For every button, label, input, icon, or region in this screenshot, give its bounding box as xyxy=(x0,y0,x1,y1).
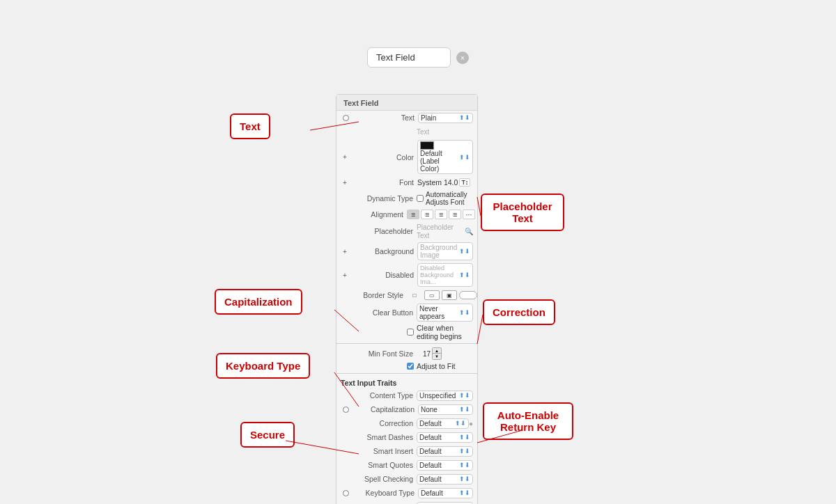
capitalization-label: Capitalization xyxy=(352,405,418,414)
clear-button-row: Clear Button Never appears ⬆⬇ xyxy=(336,302,477,323)
correction-value[interactable]: Default ⬆⬇ xyxy=(417,418,469,429)
clear-button[interactable]: × xyxy=(456,52,469,64)
clear-when-editing-label: Clear when editing begins xyxy=(417,324,473,340)
smart-insert-row: Smart Insert Default ⬆⬇ xyxy=(336,444,477,458)
stepper-down[interactable]: ▼ xyxy=(433,354,441,359)
background-row: + Background Background Image ⬆⬇ xyxy=(336,241,477,262)
adjust-to-fit-label: Adjust to Fit xyxy=(417,362,455,370)
border-style-group: □ ▭ ▣ xyxy=(407,290,477,300)
align-right-button[interactable]: ≡ xyxy=(435,210,447,219)
spell-checking-label: Spell Checking xyxy=(350,475,417,483)
spell-checking-value[interactable]: Default ⬆⬇ xyxy=(417,474,473,485)
clear-when-editing-checkbox[interactable] xyxy=(407,329,414,336)
text-input-placeholder[interactable]: Text xyxy=(417,128,473,136)
correction-row: Correction Default ⬆⬇ ● xyxy=(336,416,477,430)
correction-label: Correction xyxy=(350,419,417,427)
border-style-label: Border Style xyxy=(341,291,407,299)
font-value: System 14.0 T↕ xyxy=(417,178,473,187)
callout-placeholder-text: Placeholder Text xyxy=(481,194,564,231)
spell-checking-row: Spell Checking Default ⬆⬇ xyxy=(336,472,477,486)
dynamic-type-row: Dynamic Type Automatically Adjusts Font xyxy=(336,189,477,207)
smart-insert-value[interactable]: Default ⬆⬇ xyxy=(417,446,473,457)
font-label: Font xyxy=(351,178,417,187)
min-font-size-stepper[interactable]: ▲ ▼ xyxy=(432,347,442,360)
callout-keyboard-type: Keyboard Type xyxy=(216,353,310,379)
disabled-value[interactable]: Disabled Background Ima... ⬆⬇ xyxy=(417,263,473,287)
callout-capitalization: Capitalization xyxy=(215,289,302,315)
capitalization-radio[interactable] xyxy=(343,407,349,413)
border-rounded-button[interactable] xyxy=(459,291,477,299)
smart-quotes-value[interactable]: Default ⬆⬇ xyxy=(417,460,473,471)
dynamic-type-checkbox[interactable] xyxy=(417,195,424,202)
text-value[interactable]: Plain ⬆⬇ xyxy=(418,113,473,123)
divider-1 xyxy=(336,343,477,344)
top-widget: Text Field × xyxy=(367,47,469,68)
dynamic-type-value: Automatically Adjusts Font xyxy=(417,191,473,206)
background-label: Background xyxy=(351,247,417,255)
callout-correction: Correction xyxy=(483,299,555,325)
color-label: Color xyxy=(351,153,417,162)
align-more-button[interactable]: ··· xyxy=(463,210,475,219)
content-type-row: Content Type Unspecified ⬆⬇ xyxy=(336,388,477,402)
adjust-to-fit-checkbox[interactable] xyxy=(407,363,414,370)
dynamic-type-label: Dynamic Type xyxy=(350,194,417,203)
color-plus: + xyxy=(341,153,349,161)
clear-button-label: Clear Button xyxy=(350,308,417,317)
clear-button-value[interactable]: Never appears ⬆⬇ xyxy=(417,304,473,322)
min-font-size-label: Min Font Size xyxy=(350,349,417,358)
smart-dashes-value[interactable]: Default ⬆⬇ xyxy=(417,432,473,443)
color-row: + Color Default (Label Color) ⬆⬇ xyxy=(336,139,477,175)
keyboard-look-row: Keyboard Look Default ⬆⬇ xyxy=(336,500,477,504)
keyboard-type-value[interactable]: Default ⬆⬇ xyxy=(418,488,473,498)
alignment-row: Alignment ≡ ≡ ≡ ≡ ··· xyxy=(336,207,477,221)
smart-insert-label: Smart Insert xyxy=(350,447,417,455)
font-picker-button[interactable]: T↕ xyxy=(459,178,470,187)
capitalization-row: Capitalization None ⬆⬇ xyxy=(336,402,477,416)
callout-auto-enable-return-key: Auto-Enable Return Key xyxy=(483,402,573,440)
text-label: Text xyxy=(352,113,418,122)
disabled-plus: + xyxy=(341,271,349,279)
text-input-traits-header: Text Input Traits xyxy=(336,376,477,388)
min-font-size-value: 17 ▲ ▼ xyxy=(417,347,473,360)
border-none-button[interactable]: □ xyxy=(407,290,422,300)
callout-secure: Secure xyxy=(240,422,295,448)
align-justify-button[interactable]: ≡ xyxy=(449,210,461,219)
placeholder-search-icon: 🔍 xyxy=(465,228,473,235)
smart-quotes-row: Smart Quotes Default ⬆⬇ xyxy=(336,458,477,472)
color-value[interactable]: Default (Label Color) ⬆⬇ xyxy=(417,140,473,174)
font-plus: + xyxy=(341,179,349,187)
top-textfield-display: Text Field xyxy=(367,47,451,68)
stepper-up[interactable]: ▲ xyxy=(433,348,441,354)
keyboard-type-radio[interactable] xyxy=(343,490,349,496)
adjust-to-fit-row: Adjust to Fit xyxy=(336,361,477,371)
border-line-button[interactable]: ▭ xyxy=(424,290,440,300)
capitalization-value[interactable]: None ⬆⬇ xyxy=(418,404,473,415)
correction-indicator: ● xyxy=(469,420,473,427)
keyboard-type-label: Keyboard Type xyxy=(352,489,418,497)
placeholder-value[interactable]: Placeholder Text xyxy=(417,223,465,239)
smart-dashes-row: Smart Dashes Default ⬆⬇ xyxy=(336,430,477,444)
text-row: Text Plain ⬆⬇ xyxy=(336,111,477,125)
disabled-row: + Disabled Disabled Background Ima... ⬆⬇ xyxy=(336,262,477,288)
callout-text: Text xyxy=(230,113,270,139)
svg-line-3 xyxy=(477,315,483,344)
placeholder-row: Placeholder Placeholder Text 🔍 xyxy=(336,221,477,241)
inspector-panel: Text Field Text Plain ⬆⬇ Text + Color De… xyxy=(336,94,478,504)
inspector-title: Text Field xyxy=(336,95,477,111)
text-placeholder-row: Text xyxy=(336,125,477,139)
content-type-value[interactable]: Unspecified ⬆⬇ xyxy=(417,391,473,401)
align-center-button[interactable]: ≡ xyxy=(421,210,433,219)
background-plus: + xyxy=(341,248,349,255)
clear-when-editing-row: Clear when editing begins xyxy=(336,323,477,341)
border-style-row: Border Style □ ▭ ▣ xyxy=(336,288,477,302)
min-font-size-row: Min Font Size 17 ▲ ▼ xyxy=(336,346,477,361)
text-radio[interactable] xyxy=(343,115,349,121)
background-value[interactable]: Background Image ⬆⬇ xyxy=(417,242,473,260)
placeholder-label: Placeholder xyxy=(350,227,417,235)
font-row: + Font System 14.0 T↕ xyxy=(336,175,477,189)
align-left-button[interactable]: ≡ xyxy=(407,210,419,219)
divider-2 xyxy=(336,373,477,374)
border-bezel-button[interactable]: ▣ xyxy=(442,290,457,300)
alignment-label: Alignment xyxy=(341,210,407,219)
content-type-label: Content Type xyxy=(350,391,417,400)
